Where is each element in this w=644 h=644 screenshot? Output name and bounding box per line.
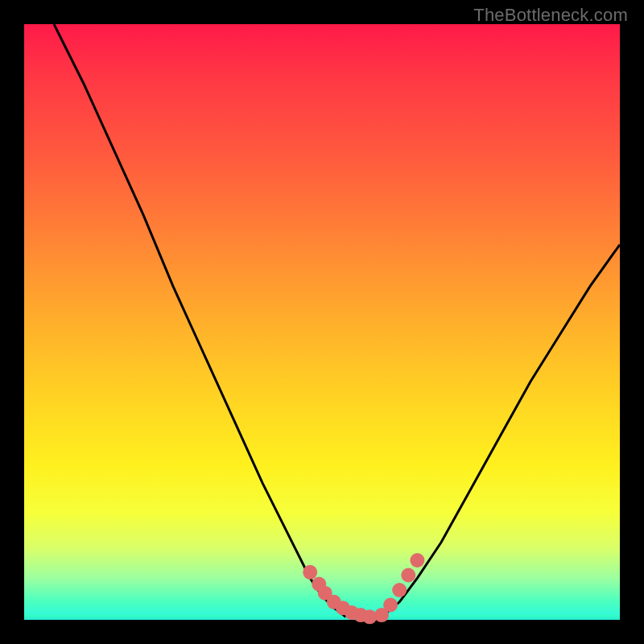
- plot-area: [24, 24, 620, 620]
- data-marker: [392, 583, 407, 597]
- marker-cluster-right: [374, 553, 424, 622]
- data-marker: [383, 598, 398, 613]
- data-marker: [401, 568, 415, 583]
- watermark-text: TheBottleneck.com: [473, 5, 628, 26]
- chart-frame: TheBottleneck.com: [0, 0, 644, 644]
- curve-layer: [24, 24, 620, 620]
- marker-cluster-left: [303, 565, 377, 625]
- left-curve: [54, 24, 346, 617]
- data-marker: [303, 565, 317, 580]
- data-marker: [410, 553, 424, 568]
